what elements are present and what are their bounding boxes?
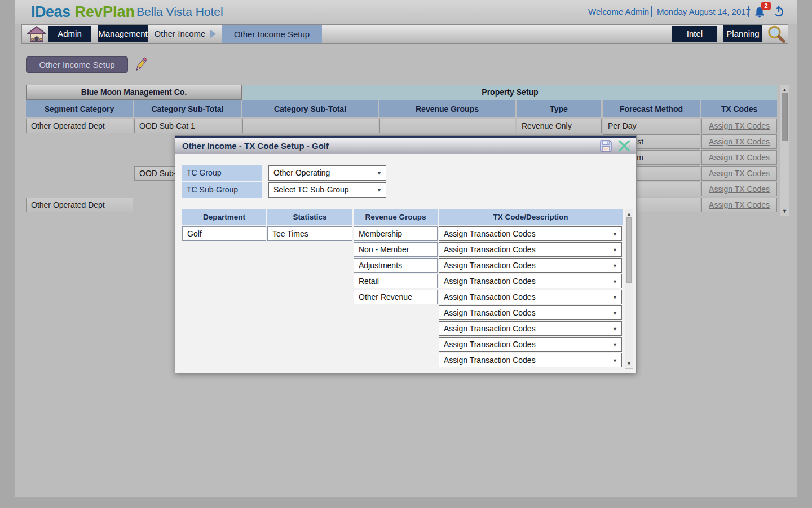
tx-code-dropdown-value: Assign Transaction Codes bbox=[444, 340, 536, 349]
column-header-category-sub-total-1: Category Sub-Total bbox=[134, 100, 241, 117]
current-date: Monday August 14, 2017 bbox=[657, 7, 751, 16]
scrollbar-thumb[interactable] bbox=[626, 217, 632, 283]
assign-tx-codes-cell: Assign TX Codes bbox=[701, 182, 777, 196]
chevron-down-icon: ▼ bbox=[612, 259, 617, 273]
property-setup-group-header: Property Setup bbox=[243, 85, 777, 100]
modal-column-revenue-groups: Revenue Groups bbox=[354, 209, 438, 225]
chevron-down-icon: ▼ bbox=[612, 290, 617, 304]
assign-tx-codes-cell: Assign TX Codes bbox=[701, 166, 777, 181]
chevron-down-icon: ▼ bbox=[612, 353, 617, 367]
chevron-down-icon: ▼ bbox=[612, 243, 617, 257]
header-divider bbox=[651, 6, 652, 17]
chevron-down-icon: ▼ bbox=[377, 166, 382, 181]
assign-tx-codes-link[interactable]: Assign TX Codes bbox=[709, 200, 770, 209]
tx-code-setup-dialog: Other Income - TX Code Setup - Golf TC G… bbox=[175, 135, 637, 373]
tx-code-dropdown[interactable]: Assign Transaction Codes▼ bbox=[439, 258, 622, 273]
scrollbar-thumb[interactable] bbox=[782, 93, 788, 141]
tx-code-dropdown-value: Assign Transaction Codes bbox=[444, 277, 536, 286]
tx-code-dropdown-value: Assign Transaction Codes bbox=[444, 292, 536, 301]
modal-column-tx-code-description: TX Code/Description bbox=[439, 209, 623, 225]
tx-code-dropdown[interactable]: Assign Transaction Codes▼ bbox=[439, 274, 622, 288]
welcome-text: Welcome Admin bbox=[588, 7, 649, 16]
close-icon[interactable] bbox=[617, 139, 632, 153]
column-header-category-sub-total-2: Category Sub-Total bbox=[242, 100, 378, 117]
assign-tx-codes-link[interactable]: Assign TX Codes bbox=[709, 153, 770, 162]
logout-power-icon[interactable] bbox=[773, 5, 785, 17]
modal-scrollbar[interactable]: ▲ ▼ bbox=[625, 209, 633, 369]
modal-column-statistics: Statistics bbox=[267, 209, 352, 225]
tx-code-dropdown-value: Assign Transaction Codes bbox=[444, 356, 536, 365]
tx-code-dropdown[interactable]: Assign Transaction Codes▼ bbox=[439, 353, 622, 367]
segment-category-cell: Other Operated Dept bbox=[26, 198, 133, 212]
tx-code-dropdown[interactable]: Assign Transaction Codes▼ bbox=[439, 305, 622, 320]
department-cell: Golf bbox=[182, 226, 266, 241]
revenue-group-cell: Membership bbox=[354, 226, 438, 241]
assign-tx-codes-cell: Assign TX Codes bbox=[701, 198, 777, 212]
statistics-cell: Tee Times bbox=[267, 226, 352, 241]
revenue-group-cell: Retail bbox=[354, 274, 438, 288]
column-header-segment-category: Segment Category bbox=[26, 100, 133, 117]
dialog-title: Other Income - TX Code Setup - Golf bbox=[182, 138, 329, 154]
column-header-forecast-method: Forecast Method bbox=[603, 100, 700, 117]
tx-code-dropdown[interactable]: Assign Transaction Codes▼ bbox=[439, 321, 622, 336]
column-header-type: Type bbox=[517, 100, 601, 117]
logo-ideas: IDeas bbox=[31, 3, 70, 20]
assign-tx-codes-link[interactable]: Assign TX Codes bbox=[709, 137, 770, 146]
assign-tx-codes-link[interactable]: Assign TX Codes bbox=[709, 121, 770, 130]
edit-pencil-icon[interactable] bbox=[133, 56, 149, 72]
tab-intel[interactable]: Intel bbox=[672, 26, 717, 42]
page-title-button[interactable]: Other Income Setup bbox=[26, 56, 128, 73]
tc-sub-group-value: Select TC Sub-Group bbox=[273, 185, 349, 194]
revenue-group-cell: Other Revenue bbox=[354, 290, 438, 304]
tab-management[interactable]: Management bbox=[98, 25, 148, 42]
notification-count-badge: 2 bbox=[761, 2, 771, 10]
tab-planning[interactable]: Planning bbox=[723, 25, 762, 42]
tx-code-dropdown-value: Assign Transaction Codes bbox=[444, 324, 536, 333]
revenue-group-cell: Adjustments bbox=[354, 258, 438, 273]
column-header-tx-codes: TX Codes bbox=[701, 100, 777, 117]
revenue-group-cell: Non - Member bbox=[354, 242, 438, 257]
category-sub-total-cell: OOD Sub-Cat 1 bbox=[134, 119, 241, 133]
property-name: Bella Vista Hotel bbox=[136, 5, 223, 19]
tc-group-value: Other Operating bbox=[273, 168, 330, 177]
assign-tx-codes-cell: Assign TX Codes bbox=[701, 134, 777, 149]
app-logo: IDeasRevPlan bbox=[31, 3, 135, 21]
chevron-down-icon: ▼ bbox=[612, 274, 617, 288]
forecast-method-cell: Per Day bbox=[603, 119, 700, 133]
scroll-down-arrow[interactable]: ▼ bbox=[625, 361, 633, 366]
segment-category-cell: Other Operated Dept bbox=[26, 119, 133, 133]
home-icon[interactable] bbox=[27, 26, 46, 42]
scroll-down-arrow[interactable]: ▼ bbox=[780, 208, 789, 214]
scroll-up-arrow[interactable]: ▲ bbox=[780, 87, 789, 93]
chevron-down-icon: ▼ bbox=[377, 183, 382, 198]
tab-other-income-setup[interactable]: Other Income Setup bbox=[222, 25, 322, 43]
search-icon[interactable] bbox=[766, 25, 787, 43]
column-header-revenue-groups: Revenue Groups bbox=[379, 100, 515, 117]
breadcrumb-other-income[interactable]: Other Income bbox=[152, 26, 208, 42]
tx-code-dropdown[interactable]: Assign Transaction Codes▼ bbox=[439, 242, 622, 257]
assign-tx-codes-link[interactable]: Assign TX Codes bbox=[709, 169, 770, 178]
tc-group-dropdown[interactable]: Other Operating ▼ bbox=[268, 165, 386, 181]
chevron-down-icon: ▼ bbox=[612, 338, 617, 352]
chevron-down-icon: ▼ bbox=[612, 322, 617, 336]
tx-code-dropdown-value: Assign Transaction Codes bbox=[444, 245, 536, 254]
chevron-down-icon: ▼ bbox=[612, 306, 617, 320]
logo-revplan: RevPlan bbox=[75, 3, 135, 20]
tc-sub-group-dropdown[interactable]: Select TC Sub-Group ▼ bbox=[268, 182, 386, 198]
table-scrollbar[interactable]: ▲ ▼ bbox=[780, 85, 789, 216]
modal-column-department: Department bbox=[182, 209, 266, 225]
tx-code-dropdown[interactable]: Assign Transaction Codes▼ bbox=[439, 290, 622, 304]
type-cell: Revenue Only bbox=[517, 119, 602, 133]
tx-code-dropdown-value: Assign Transaction Codes bbox=[444, 229, 536, 238]
tab-admin[interactable]: Admin bbox=[48, 26, 91, 42]
assign-tx-codes-link[interactable]: Assign TX Codes bbox=[709, 185, 770, 194]
revenue-groups-cell bbox=[379, 119, 515, 133]
tc-group-label: TC Group bbox=[182, 165, 262, 181]
assign-tx-codes-cell: Assign TX Codes bbox=[701, 119, 777, 133]
chevron-down-icon: ▼ bbox=[612, 227, 617, 241]
tx-code-dropdown[interactable]: Assign Transaction Codes▼ bbox=[439, 337, 622, 352]
header-divider bbox=[748, 6, 749, 17]
scroll-up-arrow[interactable]: ▲ bbox=[625, 211, 633, 217]
tx-code-dropdown[interactable]: Assign Transaction Codes▼ bbox=[439, 226, 622, 241]
save-icon[interactable] bbox=[599, 139, 613, 153]
